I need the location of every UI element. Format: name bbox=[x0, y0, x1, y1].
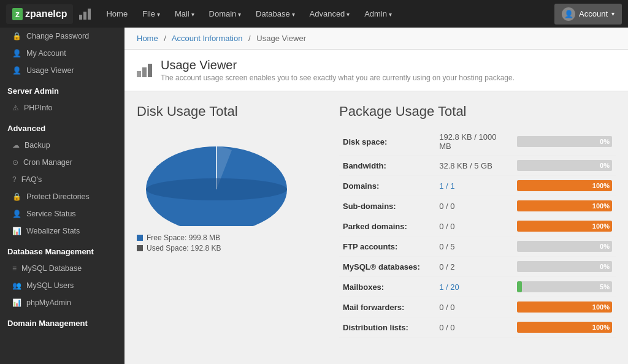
nav-advanced[interactable]: Advanced bbox=[304, 6, 356, 22]
sidebar-section-advanced: Advanced bbox=[0, 119, 124, 137]
breadcrumb-sep2: / bbox=[248, 34, 251, 43]
usage-table-row: Sub-domains:0 / 0100% bbox=[339, 196, 616, 216]
legend-free-label: Free Space: 999.8 MB bbox=[147, 233, 220, 242]
sidebar-label: Protect Directories bbox=[26, 192, 90, 201]
usage-bar-label: 100% bbox=[592, 324, 610, 331]
breadcrumb-account-info[interactable]: Account Information bbox=[172, 34, 243, 43]
usage-bar-wrap: 5% bbox=[517, 281, 612, 292]
package-usage-title: Package Usage Total bbox=[339, 104, 616, 119]
usage-bar-wrap: 100% bbox=[517, 200, 612, 211]
nav-home[interactable]: Home bbox=[100, 6, 134, 22]
nav-file[interactable]: File bbox=[136, 6, 166, 22]
logo-text: zpanelcp bbox=[25, 9, 67, 20]
sidebar: 🔒 Change Password 👤 My Account 👤 Usage V… bbox=[0, 28, 124, 364]
chart-icon: 📊 bbox=[12, 227, 21, 235]
user-icon: 👤 bbox=[12, 49, 21, 58]
usage-value[interactable]: 1 / 1 bbox=[435, 176, 513, 196]
usage-label: MySQL® databases: bbox=[339, 257, 435, 277]
users-icon: 👥 bbox=[12, 281, 21, 290]
usage-bar-wrap: 0% bbox=[517, 160, 612, 171]
usage-bar-cell: 100% bbox=[513, 317, 616, 338]
usage-label: Distribution lists: bbox=[339, 317, 435, 338]
sidebar-section-domain-management: Domain Management bbox=[0, 314, 124, 332]
sidebar-label: Backup bbox=[25, 141, 50, 150]
sidebar-item-mysql-db[interactable]: ≡ MySQL Database bbox=[0, 260, 124, 277]
legend-used-label: Used Space: 192.8 KB bbox=[147, 244, 221, 252]
sidebar-label: Webalizer Stats bbox=[26, 227, 80, 235]
sidebar-item-change-password[interactable]: 🔒 Change Password bbox=[0, 28, 124, 45]
page-header: Usage Viewer The account usage screen en… bbox=[124, 50, 628, 91]
breadcrumb-current: Usage Viewer bbox=[256, 34, 306, 43]
usage-table-row: MySQL® databases:0 / 20% bbox=[339, 257, 616, 277]
sidebar-item-phpinfo[interactable]: ⚠ PHPInfo bbox=[0, 99, 124, 116]
usage-label: FTP accounts: bbox=[339, 237, 435, 257]
usage-value: 0 / 0 bbox=[435, 297, 513, 317]
usage-bar-wrap: 100% bbox=[517, 322, 612, 333]
usage-value[interactable]: 1 / 20 bbox=[435, 277, 513, 297]
sidebar-item-phpmyadmin[interactable]: 📊 phpMyAdmin bbox=[0, 294, 124, 311]
usage-bar-label: 0% bbox=[600, 243, 610, 250]
legend-used-dot bbox=[137, 245, 143, 251]
usage-bar-cell: 5% bbox=[513, 277, 616, 297]
sidebar-label: My Account bbox=[26, 49, 66, 58]
usage-icon: 👤 bbox=[12, 66, 21, 75]
breadcrumb-home[interactable]: Home bbox=[137, 34, 158, 43]
usage-table-row: Mail forwarders:0 / 0100% bbox=[339, 297, 616, 317]
protect-icon: 🔒 bbox=[12, 192, 21, 201]
sidebar-item-cron-manager[interactable]: ⊙ Cron Manager bbox=[0, 154, 124, 171]
sidebar-label: Change Password bbox=[26, 32, 89, 40]
usage-bar-label: 100% bbox=[592, 222, 610, 230]
phpmyadmin-icon: 📊 bbox=[12, 298, 21, 307]
usage-bar-wrap: 0% bbox=[517, 136, 612, 147]
sidebar-item-service-status[interactable]: 👤 Service Status bbox=[0, 205, 124, 222]
lock-icon: 🔒 bbox=[12, 32, 21, 40]
nav-domain[interactable]: Domain bbox=[203, 6, 248, 22]
usage-table-row: Disk space:192.8 KB / 1000 MB0% bbox=[339, 128, 616, 156]
usage-table-row: Domains:1 / 1100% bbox=[339, 176, 616, 196]
sidebar-item-usage-viewer[interactable]: 👤 Usage Viewer bbox=[0, 62, 124, 79]
usage-label: Parked domains: bbox=[339, 216, 435, 237]
disk-legend: Free Space: 999.8 MB Used Space: 192.8 K… bbox=[137, 233, 321, 252]
nav-admin[interactable]: Admin bbox=[358, 6, 398, 22]
usage-label: Bandwidth: bbox=[339, 156, 435, 176]
usage-value: 0 / 2 bbox=[435, 257, 513, 277]
db-icon: ≡ bbox=[12, 264, 17, 273]
sidebar-item-protect-dirs[interactable]: 🔒 Protect Directories bbox=[0, 188, 124, 205]
logo[interactable]: z zpanelcp bbox=[6, 4, 73, 24]
sidebar-section-db-management: Database Management bbox=[0, 242, 124, 260]
sidebar-item-mysql-users[interactable]: 👥 MySQL Users bbox=[0, 277, 124, 294]
page-header-text: Usage Viewer The account usage screen en… bbox=[161, 58, 515, 82]
usage-bar-cell: 100% bbox=[513, 176, 616, 196]
nav-database[interactable]: Database bbox=[250, 6, 301, 22]
page-title: Usage Viewer bbox=[161, 58, 515, 72]
usage-bar-label: 0% bbox=[600, 162, 610, 169]
sidebar-label: Usage Viewer bbox=[26, 66, 74, 75]
package-usage-section: Package Usage Total Disk space:192.8 KB … bbox=[339, 104, 616, 338]
account-label: Account bbox=[579, 9, 608, 18]
sidebar-label: MySQL Database bbox=[21, 264, 82, 273]
usage-bar-label: 5% bbox=[600, 283, 610, 290]
usage-viewer-icon bbox=[137, 64, 152, 77]
usage-bar-wrap: 0% bbox=[517, 241, 612, 252]
legend-free-space: Free Space: 999.8 MB bbox=[137, 233, 321, 242]
usage-bar-label: 100% bbox=[592, 303, 610, 311]
usage-label: Mailboxes: bbox=[339, 277, 435, 297]
usage-table: Disk space:192.8 KB / 1000 MB0%Bandwidth… bbox=[339, 128, 616, 338]
usage-bar-cell: 0% bbox=[513, 257, 616, 277]
sidebar-label: Service Status bbox=[26, 210, 76, 218]
svg-point-2 bbox=[146, 178, 287, 200]
sidebar-label: MySQL Users bbox=[26, 281, 74, 290]
usage-bar-label: 0% bbox=[600, 263, 610, 270]
usage-value: 0 / 0 bbox=[435, 216, 513, 237]
nav-mail[interactable]: Mail bbox=[169, 6, 201, 22]
sidebar-item-webalizer[interactable]: 📊 Webalizer Stats bbox=[0, 222, 124, 240]
disk-usage-section: Disk Usage Total bbox=[137, 104, 321, 338]
usage-table-row: Bandwidth:32.8 KB / 5 GB0% bbox=[339, 156, 616, 176]
account-button[interactable]: 👤 Account bbox=[554, 4, 622, 25]
sidebar-item-faqs[interactable]: ? FAQ's bbox=[0, 171, 124, 188]
usage-value: 32.8 KB / 5 GB bbox=[435, 156, 513, 176]
sidebar-item-my-account[interactable]: 👤 My Account bbox=[0, 45, 124, 62]
content-area: Disk Usage Total bbox=[124, 91, 628, 350]
sidebar-item-backup[interactable]: ☁ Backup bbox=[0, 137, 124, 154]
disk-usage-title: Disk Usage Total bbox=[137, 104, 321, 119]
